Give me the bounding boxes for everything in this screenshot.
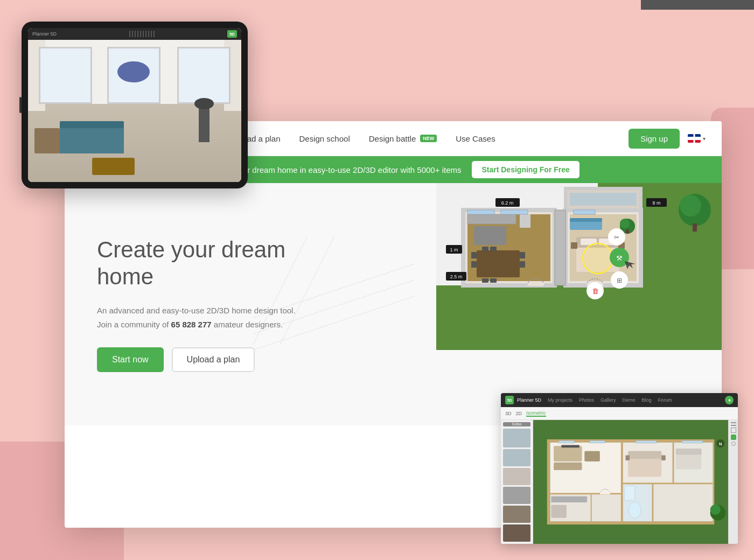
furniture-thumb-1[interactable] bbox=[503, 429, 530, 447]
community-count: 65 828 277 bbox=[171, 320, 212, 329]
svg-rect-36 bbox=[570, 218, 602, 222]
furniture-thumb-4[interactable] bbox=[503, 487, 530, 504]
nav-design-school[interactable]: Design school bbox=[299, 134, 350, 143]
flag-uk-icon bbox=[688, 134, 701, 143]
tool-icon-1[interactable] bbox=[731, 422, 736, 423]
svg-rect-17 bbox=[471, 261, 477, 268]
tablet-device: Planner 5D 5D bbox=[22, 22, 248, 188]
svg-point-91 bbox=[629, 502, 641, 518]
hero-section: Create your dream home An advanced and e… bbox=[65, 183, 722, 425]
nav-use-cases[interactable]: Use Cases bbox=[456, 134, 495, 143]
svg-text:8 m: 8 m bbox=[652, 200, 660, 206]
svg-rect-94 bbox=[590, 441, 605, 443]
hero-buttons: Start now Upload a plan bbox=[97, 347, 339, 372]
svg-point-98 bbox=[710, 505, 721, 515]
svg-rect-41 bbox=[501, 210, 528, 214]
tool-icon-5[interactable] bbox=[731, 442, 736, 446]
start-designing-button[interactable]: Start Designing For Free bbox=[472, 161, 579, 178]
svg-rect-21 bbox=[490, 247, 497, 251]
svg-rect-13 bbox=[570, 193, 637, 206]
screenshot-tab-projects: My projects bbox=[548, 397, 573, 403]
screenshot-view-2d: 2D bbox=[516, 411, 522, 416]
svg-rect-37 bbox=[555, 210, 566, 285]
svg-rect-79 bbox=[554, 463, 582, 470]
dark-accent-top-right bbox=[641, 0, 754, 10]
hero-content: Create your dream home An advanced and e… bbox=[97, 236, 339, 373]
svg-rect-83 bbox=[628, 451, 661, 459]
svg-rect-15 bbox=[477, 250, 520, 277]
svg-rect-14 bbox=[474, 226, 506, 245]
svg-text:🗑: 🗑 bbox=[592, 287, 599, 295]
svg-rect-40 bbox=[467, 210, 494, 214]
svg-rect-80 bbox=[584, 451, 600, 461]
svg-rect-88 bbox=[551, 496, 587, 502]
svg-rect-38 bbox=[528, 283, 544, 286]
svg-text:6.2 m: 6.2 m bbox=[501, 200, 514, 206]
hero-title: Create your dream home bbox=[97, 236, 339, 291]
screenshot-furniture-sidebar: Sofas bbox=[501, 420, 533, 544]
chevron-down-icon: ▾ bbox=[703, 136, 706, 142]
furniture-thumb-6[interactable] bbox=[503, 524, 530, 542]
tablet-side-button bbox=[19, 97, 22, 113]
svg-text:⊞: ⊞ bbox=[617, 277, 622, 284]
svg-rect-23 bbox=[490, 278, 497, 283]
screenshot-tab-demo: Demo bbox=[623, 397, 636, 403]
furniture-thumb-5[interactable] bbox=[503, 506, 530, 523]
tool-icon-3[interactable] bbox=[731, 428, 736, 433]
room-3d-visualization: 6.2 m 8 m 1 m 2.5 m ✂ ⚒ bbox=[436, 183, 722, 350]
tablet-room-view bbox=[28, 40, 241, 182]
screenshot-logo-icon: 5D bbox=[505, 396, 514, 404]
svg-rect-22 bbox=[482, 278, 488, 283]
svg-rect-7 bbox=[436, 285, 722, 350]
screenshot-toolbar: 5D Planner 5D My projects Photos Gallery… bbox=[501, 393, 738, 407]
svg-rect-95 bbox=[636, 441, 657, 443]
svg-rect-24 bbox=[520, 214, 530, 228]
svg-rect-78 bbox=[554, 446, 582, 461]
svg-rect-67 bbox=[591, 494, 622, 521]
svg-text:1 m: 1 m bbox=[450, 247, 458, 253]
screenshot-subtoolbar: 3D 2D Isometric bbox=[501, 407, 738, 420]
tool-icon-2[interactable] bbox=[731, 425, 736, 426]
svg-point-33 bbox=[620, 219, 630, 228]
svg-rect-71 bbox=[653, 484, 713, 521]
svg-rect-19 bbox=[520, 261, 525, 268]
screenshot-tabs: Planner 5D My projects Photos Gallery De… bbox=[517, 397, 672, 403]
svg-text:⚒: ⚒ bbox=[616, 254, 623, 262]
svg-rect-92 bbox=[600, 492, 610, 494]
screenshot-view-3d: 3D bbox=[505, 411, 512, 416]
new-badge: NEW bbox=[420, 135, 437, 142]
signup-button[interactable]: Sign up bbox=[629, 129, 680, 149]
svg-rect-30 bbox=[571, 242, 577, 249]
svg-rect-93 bbox=[559, 441, 575, 443]
nav-actions: Sign up ▾ bbox=[629, 129, 706, 149]
furniture-thumb-2[interactable] bbox=[503, 449, 530, 466]
svg-rect-34 bbox=[626, 229, 629, 234]
svg-rect-89 bbox=[551, 505, 567, 518]
screenshot-current-view: Isometric bbox=[526, 410, 546, 417]
screenshot-tab-gallery: Gallery bbox=[601, 397, 616, 403]
language-selector[interactable]: ▾ bbox=[688, 134, 706, 143]
svg-text:N: N bbox=[719, 442, 722, 446]
sidebar-category: Sofas bbox=[503, 422, 530, 426]
screenshot-tab-forum: Forum bbox=[658, 397, 672, 403]
svg-rect-25 bbox=[467, 214, 516, 224]
hero-description: An advanced and easy-to-use 2D/3D home d… bbox=[97, 304, 339, 331]
svg-rect-84 bbox=[625, 455, 630, 460]
tablet-toolbar: Planner 5D 5D bbox=[28, 28, 241, 40]
svg-rect-62 bbox=[693, 223, 697, 232]
svg-rect-90 bbox=[625, 486, 635, 501]
nav-design-battle[interactable]: Design battle NEW bbox=[369, 134, 437, 143]
screenshot-user-icon: ★ bbox=[725, 396, 734, 404]
svg-rect-20 bbox=[482, 247, 488, 251]
upload-plan-button[interactable]: Upload a plan bbox=[172, 347, 255, 372]
furniture-thumb-3[interactable] bbox=[503, 468, 530, 485]
tablet-app-label: Planner 5D bbox=[32, 31, 57, 37]
svg-rect-81 bbox=[561, 445, 579, 447]
tablet-screen: Planner 5D 5D bbox=[28, 28, 241, 182]
tool-icon-4[interactable] bbox=[731, 435, 736, 440]
svg-rect-85 bbox=[661, 455, 666, 460]
svg-point-61 bbox=[680, 195, 701, 216]
svg-rect-18 bbox=[520, 252, 525, 258]
svg-text:2.5 m: 2.5 m bbox=[450, 274, 463, 279]
start-now-button[interactable]: Start now bbox=[97, 347, 164, 372]
